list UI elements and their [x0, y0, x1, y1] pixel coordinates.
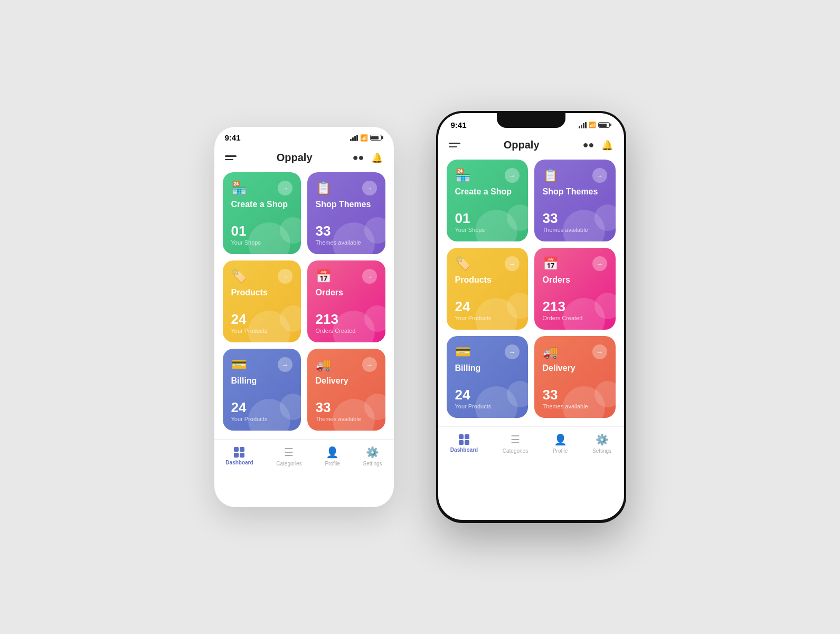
card-title: Delivery	[543, 363, 607, 373]
card-number: 01	[231, 224, 292, 238]
notch-cutout	[497, 113, 565, 128]
themes-icon: 📋	[316, 181, 332, 195]
notch-nav-settings[interactable]: ⚙️ Settings	[592, 433, 611, 454]
nav-label-dashboard: Dashboard	[225, 460, 253, 465]
profile-icon: 👤	[326, 446, 339, 459]
card-number: 213	[316, 312, 377, 326]
notch-cards-grid: 🏪 → Create a Shop 01 Your Shops 📋 → Shop…	[438, 160, 624, 426]
card-title: Products	[231, 288, 292, 297]
card-title: Create a Shop	[231, 200, 292, 209]
notch-search-button[interactable]: ●●	[583, 139, 594, 151]
battery-icon	[370, 135, 383, 141]
notch-nav-label-categories: Categories	[503, 448, 528, 454]
arrow-icon: →	[278, 357, 292, 372]
notch-shop-icon: 🏪	[455, 168, 471, 183]
card-subtitle: Your Shops	[455, 227, 520, 233]
notch-dashboard-icon	[459, 434, 469, 445]
card-title: Billing	[455, 363, 520, 373]
notch-menu-button[interactable]	[449, 143, 460, 147]
categories-icon: ☰	[284, 446, 294, 459]
status-bar: 9:41 📶	[214, 127, 394, 145]
card-title: Shop Themes	[543, 187, 607, 197]
card-number: 213	[543, 300, 607, 313]
card-number: 24	[231, 400, 292, 414]
card-title: Shop Themes	[316, 200, 377, 209]
nav-profile[interactable]: 👤 Profile	[325, 446, 339, 467]
bell-button[interactable]: 🔔	[371, 152, 383, 164]
notch-status-icons: 📶	[579, 122, 611, 128]
delivery-icon: 🚚	[316, 357, 332, 372]
notch-card-shop-themes[interactable]: 📋 → Shop Themes 33 Themes available	[534, 160, 616, 241]
dashboard-icon	[234, 447, 244, 458]
notch-orders-icon: 📅	[543, 256, 559, 271]
notch-phone: 9:41 📶 Oppaly	[436, 111, 626, 523]
card-subtitle: Themes available	[543, 227, 607, 233]
notch-nav-label-profile: Profile	[553, 448, 568, 454]
card-title: Orders	[316, 288, 377, 297]
nav-label-categories: Categories	[276, 461, 301, 467]
notch-inner: 9:41 📶 Oppaly	[438, 113, 624, 520]
nav-label-settings: Settings	[363, 461, 382, 467]
card-subtitle: Your Products	[455, 315, 520, 321]
notch-header-actions: ●● 🔔	[583, 139, 614, 151]
card-number: 33	[543, 211, 607, 225]
card-subtitle: Your Shops	[231, 239, 292, 246]
notch-signal-icon	[579, 122, 587, 128]
notch-bottom-nav: Dashboard ☰ Categories 👤 Profile ⚙️ Sett…	[438, 426, 624, 462]
notch-bell-button[interactable]: 🔔	[601, 139, 613, 151]
card-delivery[interactable]: 🚚 → Delivery 33 Themes available	[307, 349, 385, 431]
notch-card-delivery[interactable]: 🚚 → Delivery 33 Themes available	[534, 336, 616, 418]
card-title: Billing	[231, 376, 292, 386]
notch-nav-dashboard[interactable]: Dashboard	[450, 434, 478, 453]
card-products[interactable]: 🏷️ → Products 24 Your Products	[223, 260, 301, 342]
card-orders[interactable]: 📅 → Orders 213 Orders Created	[307, 260, 385, 342]
notch-card-create-shop[interactable]: 🏪 → Create a Shop 01 Your Shops	[447, 160, 528, 241]
arrow-icon: →	[278, 269, 292, 284]
notch-nav-profile[interactable]: 👤 Profile	[553, 433, 568, 454]
bottom-nav: Dashboard ☰ Categories 👤 Profile ⚙️ Sett…	[214, 439, 394, 475]
nav-label-profile: Profile	[325, 461, 339, 467]
nav-settings[interactable]: ⚙️ Settings	[363, 446, 382, 467]
products-icon: 🏷️	[231, 269, 247, 284]
notch-battery-icon	[598, 122, 611, 128]
arrow-icon: →	[592, 168, 607, 183]
arrow-icon: →	[505, 344, 520, 359]
notch-delivery-icon: 🚚	[543, 344, 559, 359]
menu-button[interactable]	[225, 155, 237, 160]
card-number: 33	[316, 224, 377, 238]
notch-nav-categories[interactable]: ☰ Categories	[503, 433, 528, 454]
billing-icon: 💳	[231, 357, 247, 372]
wifi-icon: 📶	[360, 134, 368, 142]
notch-wifi-icon: 📶	[589, 122, 596, 128]
arrow-icon: →	[278, 181, 292, 195]
app-header: Oppaly ●● 🔔	[214, 145, 394, 172]
card-subtitle: Themes available	[316, 416, 377, 422]
card-title: Orders	[543, 275, 607, 285]
card-subtitle: Your Products	[231, 328, 292, 334]
notch-app-header: Oppaly ●● 🔔	[438, 133, 624, 160]
nav-categories[interactable]: ☰ Categories	[276, 446, 301, 467]
arrow-icon: →	[362, 357, 377, 372]
search-button[interactable]: ●●	[353, 152, 364, 163]
app-title: Oppaly	[277, 152, 313, 164]
card-number: 24	[455, 300, 520, 313]
status-icons: 📶	[350, 134, 383, 142]
card-billing[interactable]: 💳 → Billing 24 Your Products	[223, 349, 301, 431]
notch-nav-label-settings: Settings	[592, 448, 611, 454]
notch-card-orders[interactable]: 📅 → Orders 213 Orders Created	[534, 248, 616, 330]
notch-themes-icon: 📋	[543, 168, 559, 183]
card-number: 01	[455, 211, 520, 225]
notch-profile-icon: 👤	[554, 433, 567, 446]
orders-icon: 📅	[316, 269, 332, 284]
card-shop-themes[interactable]: 📋 → Shop Themes 33 Themes available	[307, 172, 385, 254]
nav-dashboard[interactable]: Dashboard	[225, 447, 253, 465]
notch-card-products[interactable]: 🏷️ → Products 24 Your Products	[447, 248, 528, 330]
card-title: Products	[455, 275, 520, 285]
notch-card-billing[interactable]: 💳 → Billing 24 Your Products	[447, 336, 528, 418]
status-time: 9:41	[225, 133, 241, 142]
arrow-icon: →	[505, 168, 520, 183]
card-create-shop[interactable]: 🏪 → Create a Shop 01 Your Shops	[223, 172, 301, 254]
notch-app-title: Oppaly	[504, 139, 540, 151]
notch-status-bar: 9:41 📶	[438, 113, 624, 133]
arrow-icon: →	[592, 256, 607, 271]
